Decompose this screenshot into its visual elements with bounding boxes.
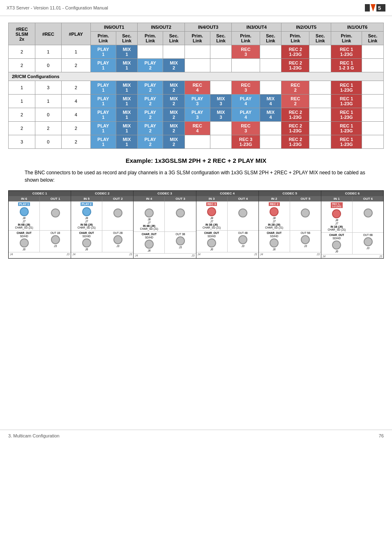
codec-4-out4b-label: OUT 4B [238, 231, 247, 235]
codec-6-out-half [353, 201, 383, 232]
codec-6-jrow: J4 J3 [321, 254, 383, 258]
cell-in4s [210, 59, 232, 72]
codec-3-jrow: J4 J3 [134, 254, 196, 257]
codec-2-out2b-half: OUT 2B J3 [102, 231, 133, 252]
codec-5-top: REC 2 J8 J7 IN 2B (J6) CHAR_SD (J1) [259, 201, 321, 231]
codec-5-sdhd: SD/HD [270, 235, 278, 238]
codec-5-in-half: REC 2 J8 J7 IN 2B (J6) CHAR_SD (J1) [259, 201, 290, 230]
cell-in3s: MIX4 [260, 108, 281, 122]
cell-in3s [260, 135, 281, 149]
table-header-row-1: #RECSLSM2x #REC #PLAY IN6/OUT1 IN5/OUT2 … [9, 23, 384, 32]
cell-in6p: PLAY1 [90, 45, 116, 59]
in6-sec: Sec.Link [116, 32, 138, 45]
cell-in1s [362, 135, 384, 149]
codec-1-in-sublabel: IN 6B (J6) [18, 223, 30, 227]
codec-2-label: CODEC 2 [71, 191, 133, 196]
cell-in4p: REC4 [184, 122, 210, 135]
codec-3-j6: J6 [148, 249, 150, 252]
cell-in5p: PLAY2 [138, 135, 163, 149]
codec-1-in-j7: J7 [23, 220, 25, 223]
codec-5-rec-badge: REC 2 [269, 202, 280, 206]
codec-5-out5b-label: OUT 5B [301, 231, 310, 235]
cell-in1p: REC 11-23G [331, 108, 362, 122]
codec-6-out6b-label: OUT 6B [363, 234, 373, 237]
codec-2-j6: J6 [85, 248, 88, 251]
codec-1-charsd: CHAR_SD (J1) [15, 226, 33, 229]
cell-in2s [309, 135, 331, 149]
codec-3-charout-conn [145, 240, 154, 249]
cell-in6s: MIX1 [116, 59, 138, 72]
cell-in3s: MIX4 [260, 95, 281, 108]
cell-in6p: PLAY1 [90, 95, 116, 108]
codec-6-in-half: REC 1,1-2 (3G) J8 J7 IN 1B (J6) CHAR_SD … [321, 201, 353, 232]
in1-prim: Prim.Link [331, 32, 362, 45]
codec-4-charout-label: CHAR_OUT [204, 231, 219, 235]
cell-in2p: REC 21-23G [281, 45, 309, 59]
codec-3-in-conn [145, 208, 154, 217]
codec-4-j3b: J3 [254, 253, 257, 256]
cell-in3p: REC 31-23G [232, 135, 260, 149]
codec-3-in-j8: J8 [148, 218, 150, 221]
cell-rec-slsm: 2 [9, 59, 35, 72]
codec-6-out-label: OUT 6 [353, 196, 383, 201]
cell-in3p [232, 59, 260, 72]
codec-1: CODEC 1 IN 6 OUT 1 PLAY 1 J8 J7 IN 6B (J… [9, 191, 71, 258]
cell-in2s [309, 122, 331, 135]
cell-in2p: REC 21-23G [281, 135, 309, 149]
codec-4-header: CODEC 4 [196, 191, 258, 196]
codec-3-out3b-conn [176, 236, 185, 245]
codec-2-out-label: OUT 2 [102, 196, 133, 201]
cell-in5p: PLAY2 [138, 59, 163, 72]
cell-in6s: MIX1 [116, 45, 138, 59]
codec-4-label: CODEC 4 [196, 191, 258, 196]
col-in2: IN2/OUT5 [281, 23, 331, 32]
codec-4-out-conn [238, 208, 247, 217]
codec-1-j6: J6 [23, 248, 25, 251]
cell-in2p: REC 21-23G [281, 122, 309, 135]
cell-rec: 1 [35, 45, 61, 59]
codec-6-sdhd: SD/HD [332, 237, 341, 240]
codec-4-j4: J4 [198, 253, 201, 256]
cell-in1p: REC 11-23G [331, 95, 362, 108]
cell-in5p [138, 45, 163, 59]
main-content: #RECSLSM2x #REC #PLAY IN6/OUT1 IN5/OUT2 … [0, 16, 392, 265]
logo-svg: 5 [365, 3, 385, 12]
cell-rec: 0 [35, 108, 61, 122]
cell-in6s: MIX1 [116, 95, 138, 108]
cell-in3s [260, 122, 281, 135]
cell-in5s: MIX2 [163, 122, 185, 135]
codec-4-out4b-half: OUT 4B J3 [228, 231, 258, 252]
codec-4-in-conn [207, 207, 216, 216]
codec-4: CODEC 4 IN 3 OUT 4 REC 3 J8 J7 IN 3B (J6… [196, 191, 259, 258]
cell-rec-slsm: 1 [9, 95, 35, 108]
group-label: 2R/CM Configurations [9, 72, 384, 81]
codec-6-charout-conn [332, 240, 341, 250]
codec-4-in-j8: J8 [210, 217, 213, 220]
codec-6-in-j7: J7 [335, 222, 338, 225]
codec-4-in-j7: J7 [210, 220, 213, 223]
cell-rec-slsm: 1 [9, 81, 35, 95]
cell-in5s: MIX2 [163, 108, 185, 122]
codec-2-in-label: IN 5 [71, 196, 102, 201]
cell-in1p: REC 11-23G [331, 135, 362, 149]
codec-1-out-label: OUT 1 [40, 196, 71, 201]
col-in5: IN5/OUT2 [138, 23, 185, 32]
codec-4-out-label: OUT 4 [228, 196, 258, 201]
col-in3: IN3/OUT4 [232, 23, 281, 32]
codec-3-in-sublabel: IN 4B (J6) [143, 224, 155, 228]
codec-3-out-conn [176, 208, 185, 217]
example-description: The BNC connectors to be used as record … [25, 169, 367, 184]
codec-6-in-label: IN 1 [321, 196, 353, 201]
codec-3-in-half: J8 J7 IN 4B (J6) CHAR_SD (J1) [134, 201, 165, 231]
cell-in6p: PLAY1 [90, 59, 116, 72]
cell-in5p: PLAY2 [138, 95, 163, 108]
cell-in3p: REC3 [232, 81, 260, 95]
codec-1-jrow: J4 J3 [9, 252, 71, 256]
codec-2-in-sublabel: IN 5B (J6) [81, 223, 93, 227]
cell-in1s [362, 122, 384, 135]
codec-6-j6: J6 [335, 250, 338, 253]
codec-3-out-half [165, 201, 196, 231]
codec-2-out-half [102, 201, 133, 230]
codec-5-out5b-conn [301, 235, 310, 244]
codec-5-in-j7: J7 [273, 220, 276, 223]
